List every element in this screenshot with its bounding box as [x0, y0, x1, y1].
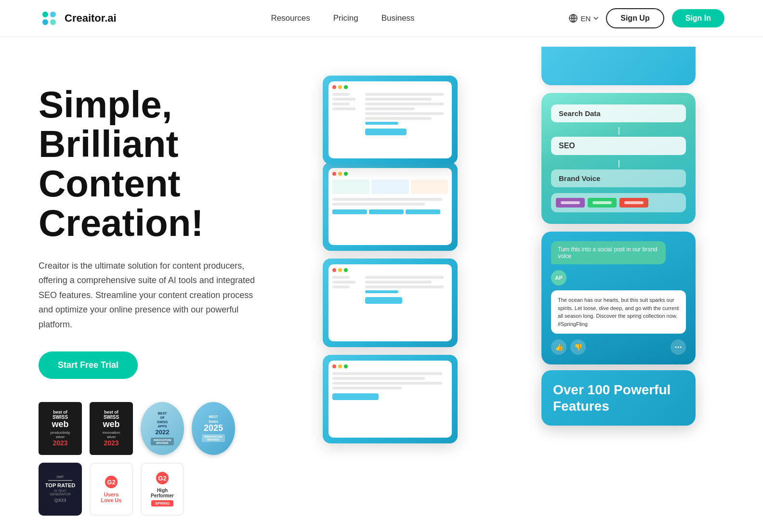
hero-title-line2: Brilliant [39, 123, 178, 165]
chevron-down-icon [593, 17, 598, 20]
svg-text:G2: G2 [107, 479, 115, 486]
nav-link-resources[interactable]: Resources [271, 13, 310, 23]
hero-left: Simple, Brilliant Content Creation! Crea… [39, 37, 308, 519]
chat-ai-prompt: Turn this into a social post in our bran… [551, 241, 666, 264]
logo-text: Creaitor.ai [65, 12, 117, 25]
thumbs-down-button[interactable]: 👎 [570, 339, 586, 355]
nav-item-pricing[interactable]: Pricing [333, 13, 358, 23]
badge-g2-high-performer: G2 High Performer SPRING [141, 463, 184, 516]
nav-link-business[interactable]: Business [382, 13, 415, 23]
feature-cards-column: Search Data SEO Brand Voice [541, 47, 696, 426]
signin-button[interactable]: Sign In [672, 9, 724, 27]
navbar: Creaitor.ai Resources Pricing Business E… [0, 0, 763, 37]
window-dot-red [332, 85, 336, 89]
hero-right: Search Data SEO Brand Voice [308, 37, 724, 519]
top-blue-card [541, 47, 696, 85]
g2-logo-icon: G2 [105, 475, 118, 489]
svg-point-2 [42, 19, 48, 25]
nav-item-resources[interactable]: Resources [271, 13, 310, 23]
hero-title-line3: Content [39, 162, 181, 205]
signup-button[interactable]: Sign Up [606, 8, 664, 28]
seo-item-brand-voice: Brand Voice [551, 169, 686, 187]
language-selector[interactable]: EN [569, 14, 598, 23]
seo-feature-card: Search Data SEO Brand Voice [541, 93, 696, 224]
window-dot-red2 [332, 172, 336, 176]
window-dot-green [344, 85, 348, 89]
seo-item-search-data: Search Data [551, 104, 686, 122]
over100-text: Over 100 Powerful Features [553, 382, 671, 414]
app-screenshot-3 [323, 259, 458, 347]
window-dot-yellow3 [338, 268, 342, 272]
svg-point-12 [675, 347, 677, 348]
badge-omt-top-rated: OMT TOP RATED XI TEXTGENERATOR Q3/23 [39, 463, 82, 516]
badge-swiss-innovation-2025: BESTSwiss 2025 INNOVATIONBRONZE [192, 402, 235, 455]
chat-response-bubble: The ocean has our hearts, but this suit … [551, 290, 686, 334]
app-screenshot-2 [323, 162, 458, 251]
svg-point-3 [50, 19, 56, 25]
connector-line-1 [618, 127, 619, 135]
seo-card-preview [551, 193, 686, 212]
svg-point-1 [50, 12, 56, 17]
seo-item-seo: SEO [551, 137, 686, 155]
svg-point-13 [678, 347, 679, 348]
creaitor-logo-icon [39, 8, 60, 29]
badge-swiss-productivity: best of SWISS web productivitysilver 202… [39, 402, 82, 455]
nav-links: Resources Pricing Business [271, 13, 414, 23]
badges-row2: OMT TOP RATED XI TEXTGENERATOR Q3/23 G2 … [39, 463, 308, 516]
badges-row1: best of SWISS web productivitysilver 202… [39, 402, 308, 455]
over100-features-card: Over 100 Powerful Features [541, 370, 696, 426]
user-avatar: AP [551, 270, 566, 285]
nav-right: EN Sign Up Sign In [569, 8, 724, 28]
badge-swiss-innovation-silver: best of SWISS web innovationsilver 2023 [90, 402, 133, 455]
chat-action-buttons: 👍 👎 [551, 339, 686, 355]
app-screenshot-4 [323, 355, 458, 443]
window-dot-yellow4 [338, 364, 342, 368]
g2-logo-icon-2: G2 [156, 471, 169, 485]
window-dot-red3 [332, 268, 336, 272]
window-dot-green2 [344, 172, 348, 176]
logo-area[interactable]: Creaitor.ai [39, 8, 117, 29]
hero-title-line1: Simple, [39, 83, 172, 126]
nav-item-business[interactable]: Business [382, 13, 415, 23]
hero-title-line4: Creation! [39, 202, 203, 244]
svg-text:G2: G2 [158, 475, 166, 482]
svg-point-0 [42, 12, 48, 17]
window-dot-green4 [344, 364, 348, 368]
badge-g2-users-love: G2 Users Love Us [90, 463, 133, 516]
start-trial-button[interactable]: Start Free Trial [39, 351, 138, 379]
window-dot-yellow2 [338, 172, 342, 176]
hero-description: Creaitor is the ultimate solution for co… [39, 259, 270, 332]
svg-point-14 [680, 347, 682, 348]
globe-icon [569, 14, 578, 23]
chat-feature-card: Turn this into a social post in our bran… [541, 232, 696, 364]
more-options-button[interactable] [671, 339, 686, 355]
window-dot-yellow [338, 85, 342, 89]
lang-label: EN [580, 14, 591, 23]
more-icon [674, 343, 682, 351]
hero-section: Simple, Brilliant Content Creation! Crea… [0, 37, 763, 519]
thumbs-up-button[interactable]: 👍 [551, 339, 566, 355]
connector-line-2 [618, 160, 619, 168]
hero-title: Simple, Brilliant Content Creation! [39, 85, 308, 243]
badge-swiss-apps-2022: BESTOFSWISSAPPS 2022 INNOVATIONBRONZE [141, 402, 184, 455]
window-dot-red4 [332, 364, 336, 368]
nav-link-pricing[interactable]: Pricing [333, 13, 358, 23]
app-screenshots-column [323, 37, 458, 443]
window-dot-green3 [344, 268, 348, 272]
app-screenshot-1 [323, 76, 458, 164]
